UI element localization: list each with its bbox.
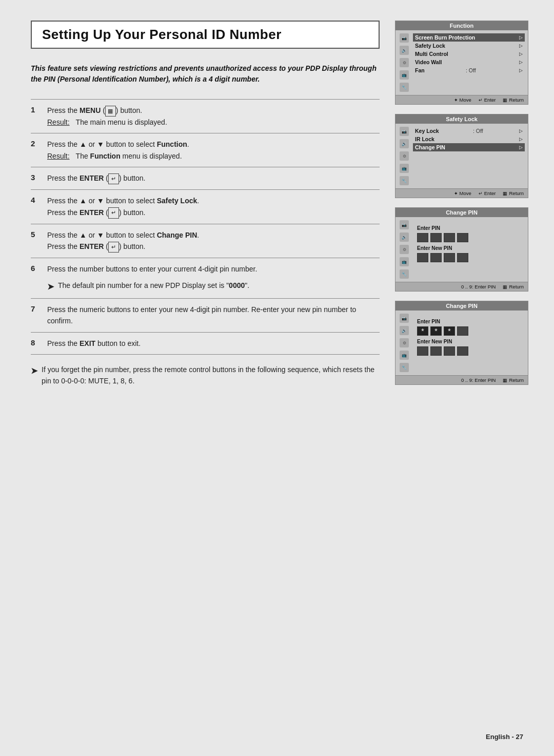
screen-body-safety: 📷 🔊 ⚙ 📺 🔧 Key Lock : Off ▷ IR L xyxy=(395,124,528,188)
bottom-note-arrow: ➤ xyxy=(31,364,37,378)
footer-enter-2: ↵ Enter xyxy=(479,190,496,196)
footer-return-2: ▦ Return xyxy=(503,190,524,196)
screen-footer-4: 0 .. 9: Enter PIN ▦ Return xyxy=(395,375,528,384)
result-text-1: The main menu is displayed. xyxy=(76,117,167,128)
pin-box-1-2 xyxy=(430,233,442,242)
screen-title-changepin2: Change PIN xyxy=(395,301,528,311)
pin-row-enter-1 xyxy=(417,233,521,242)
pin-row-new-1 xyxy=(417,253,521,262)
pin-section-filled: Enter PIN * * * Enter New PIN xyxy=(413,314,525,372)
pin-new-box-1-4 xyxy=(457,253,468,262)
footer-text: English - 27 xyxy=(486,733,523,741)
step-6: 6 Press the number buttons to enter your… xyxy=(31,258,380,298)
menu-item-key-lock: Key Lock : Off ▷ xyxy=(413,127,525,135)
menu-item-fan: Fan : Off ▷ xyxy=(413,66,525,74)
menu-item-change-pin: Change PIN ▷ xyxy=(413,143,525,151)
step-num-5: 5 xyxy=(31,229,41,239)
screen-title-changepin1: Change PIN xyxy=(395,208,528,217)
left-column: Setting Up Your Personal ID Number This … xyxy=(31,21,380,387)
pin-new-box-2-4 xyxy=(457,346,468,356)
step-content-8: Press the EXIT button to exit. xyxy=(47,338,380,349)
sidebar-icons-3: 📷 🔊 ⚙ 📺 🔧 xyxy=(399,220,410,279)
icon-2-2: 🔊 xyxy=(400,139,409,148)
screen-footer-2: ✦ Move ↵ Enter ▦ Return xyxy=(395,188,528,198)
step-num-3: 3 xyxy=(31,172,41,182)
footer-return-4: ▦ Return xyxy=(503,377,524,383)
pin-section-empty: Enter PIN Enter New PIN xyxy=(413,220,525,279)
step-content-6: Press the number buttons to enter your c… xyxy=(47,263,380,293)
step-3: 3 Press the ENTER (↵) button. xyxy=(31,167,380,190)
enter-new-pin-label-2: Enter New PIN xyxy=(417,339,521,344)
title-box: Setting Up Your Personal ID Number xyxy=(31,21,380,49)
menu-item-ir-lock: IR Lock ▷ xyxy=(413,135,525,143)
step-content-2: Press the ▲ or ▼ button to select Functi… xyxy=(47,139,380,162)
icon-3-2: 🔊 xyxy=(400,232,409,242)
result-label-2: Result: xyxy=(47,150,70,162)
enter-pin-label-1: Enter PIN xyxy=(417,225,521,231)
menu-item-safety-lock: Safety Lock ▷ xyxy=(413,42,525,50)
pin-box-f-1: * xyxy=(417,326,428,336)
step-1: 1 Press the MENU (▦) button. Result: The… xyxy=(31,100,380,133)
icon-4-1: 📷 xyxy=(400,314,409,323)
icon-2-1: 📷 xyxy=(400,127,409,136)
sidebar-icons-4: 📷 🔊 ⚙ 📺 🔧 xyxy=(399,314,410,372)
icon-1-2: 🔊 xyxy=(400,46,409,55)
enter-icon-4: ↵ xyxy=(108,207,119,219)
menu-item-multi-control: Multi Control ▷ xyxy=(413,50,525,58)
footer-return-3: ▦ Return xyxy=(503,284,524,289)
bottom-note-text: If you forget the pin number, press the … xyxy=(42,364,380,387)
screen-body-function: 📷 🔊 ⚙ 📺 🔧 Screen Burn Protection ▷ Safet… xyxy=(395,30,528,95)
pin-new-box-2-3 xyxy=(444,346,455,356)
screen-body-changepin2: 📷 🔊 ⚙ 📺 🔧 Enter PIN * * * xyxy=(395,311,528,375)
screen-safety-lock: Safety Lock 📷 🔊 ⚙ 📺 🔧 Key Lock : Off ▷ xyxy=(395,114,528,198)
screen-footer-1: ✦ Move ↵ Enter ▦ Return xyxy=(395,95,528,104)
pin-new-box-1-3 xyxy=(444,253,455,262)
step-num-2: 2 xyxy=(31,139,41,148)
step-content-3: Press the ENTER (↵) button. xyxy=(47,172,380,184)
footer-move-2: ✦ Move xyxy=(454,190,471,196)
step-num-7: 7 xyxy=(31,304,41,313)
step-5: 5 Press the ▲ or ▼ button to select Chan… xyxy=(31,224,380,258)
icon-4-2: 🔊 xyxy=(400,326,409,335)
footer-pin-enter-4: 0 .. 9: Enter PIN xyxy=(461,377,496,383)
step-content-4: Press the ▲ or ▼ button to select Safety… xyxy=(47,195,380,218)
menu-item-screen-burn: Screen Burn Protection ▷ xyxy=(413,33,525,42)
pin-box-f-2: * xyxy=(430,326,442,336)
pin-box-f-3: * xyxy=(444,326,455,336)
pin-box-1-1 xyxy=(417,233,428,242)
footer-return-1: ▦ Return xyxy=(503,97,524,103)
step-4: 4 Press the ▲ or ▼ button to select Safe… xyxy=(31,190,380,224)
step-num-8: 8 xyxy=(31,338,41,347)
footer-pin-enter-3: 0 .. 9: Enter PIN xyxy=(461,284,496,289)
icon-1-4: 📺 xyxy=(400,70,409,80)
sidebar-icons-2: 📷 🔊 ⚙ 📺 🔧 xyxy=(399,127,410,185)
screen-change-pin-empty: Change PIN 📷 🔊 ⚙ 📺 🔧 Enter PIN xyxy=(395,207,528,292)
icon-2-4: 📺 xyxy=(400,164,409,173)
step-num-6: 6 xyxy=(31,263,41,273)
screen-title-function: Function xyxy=(395,21,528,30)
page-footer: English - 27 xyxy=(486,733,523,741)
icon-3-3: ⚙ xyxy=(400,245,409,254)
pin-row-enter-2: * * * xyxy=(417,326,521,336)
menu-icon: ▦ xyxy=(105,106,116,117)
icon-2-5: 🔧 xyxy=(400,176,409,185)
icon-1-5: 🔧 xyxy=(400,83,409,92)
enter-new-pin-label-1: Enter New PIN xyxy=(417,245,521,251)
pin-new-box-1-1 xyxy=(417,253,428,262)
note-text-6: The default pin number for a new PDP Dis… xyxy=(58,280,249,291)
footer-enter-1: ↵ Enter xyxy=(479,97,496,103)
step-6-note: ➤ The default pin number for a new PDP D… xyxy=(47,280,380,293)
note-arrow-6: ➤ xyxy=(47,281,54,293)
pin-new-box-2-1 xyxy=(417,346,428,356)
pin-new-box-2-2 xyxy=(430,346,442,356)
step-8: 8 Press the EXIT button to exit. xyxy=(31,333,380,355)
icon-3-1: 📷 xyxy=(400,220,409,229)
screen-body-changepin1: 📷 🔊 ⚙ 📺 🔧 Enter PIN xyxy=(395,217,528,282)
menu-item-video-wall: Video Wall ▷ xyxy=(413,58,525,66)
icon-1-3: ⚙ xyxy=(400,58,409,67)
result-label-1: Result: xyxy=(47,117,70,128)
steps-container: 1 Press the MENU (▦) button. Result: The… xyxy=(31,99,380,355)
screen-title-safety: Safety Lock xyxy=(395,114,528,124)
page: Setting Up Your Personal ID Number This … xyxy=(0,0,554,756)
icon-4-3: ⚙ xyxy=(400,338,409,347)
